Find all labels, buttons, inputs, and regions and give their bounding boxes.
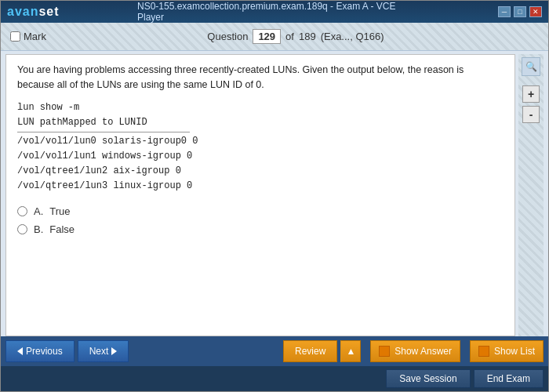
show-answer-icon	[379, 346, 390, 357]
answer-radio-a[interactable]	[17, 206, 27, 216]
mark-checkbox[interactable]	[10, 31, 20, 42]
show-answer-button[interactable]: Show Answer	[370, 340, 460, 362]
code-line-3: /vol/qtree1/lun2 aix-igroup 0	[17, 164, 504, 179]
save-end-bar: Save Session End Exam	[1, 366, 548, 391]
search-icon: 🔍	[525, 61, 537, 72]
show-list-icon	[478, 346, 489, 357]
question-of: of	[285, 31, 294, 42]
window-controls: ─ □ ✕	[498, 6, 542, 17]
code-header: LUN pathMapped to LUNID	[17, 115, 504, 130]
question-exam-info: (Exa..., Q166)	[321, 31, 384, 42]
review-dropdown-icon: ▲	[346, 346, 355, 357]
next-label: Next	[89, 346, 109, 357]
right-panel: 🔍 + -	[518, 54, 544, 336]
search-button[interactable]: 🔍	[522, 57, 540, 76]
answer-option-a: A. True	[17, 205, 504, 217]
answer-options: A. True B. False	[17, 205, 504, 235]
question-label: Question	[207, 31, 248, 42]
zoom-in-button[interactable]: +	[522, 85, 540, 103]
code-separator	[17, 132, 190, 132]
answer-label-a: A.	[34, 205, 43, 217]
previous-button[interactable]: Previous	[5, 340, 75, 362]
question-header: Mark Question 129 of 189 (Exa..., Q166)	[1, 23, 548, 51]
show-list-button[interactable]: Show List	[470, 340, 544, 362]
answer-radio-b[interactable]	[17, 224, 27, 234]
code-line-2: /vol/vol1/lun1 windows-igroup 0	[17, 149, 504, 164]
show-answer-label: Show Answer	[394, 346, 452, 357]
answer-label-b: B.	[34, 223, 43, 235]
bottom-toolbar: Previous Next Review ▲ Show Answer Show …	[1, 336, 548, 366]
close-button[interactable]: ✕	[529, 6, 542, 17]
next-button[interactable]: Next	[78, 340, 129, 362]
code-block: lun show -m LUN pathMapped to LUNID /vol…	[17, 100, 504, 194]
main-window: avanset NS0-155.examcollection.premium.e…	[0, 0, 549, 392]
review-dropdown-button[interactable]: ▲	[340, 340, 361, 362]
code-line-1: /vol/vol1/lun0 solaris-igroup0 0	[17, 134, 504, 149]
question-number: 129	[253, 29, 281, 44]
save-session-button[interactable]: Save Session	[386, 369, 470, 388]
code-command: lun show -m	[17, 100, 504, 115]
minimize-button[interactable]: ─	[498, 6, 511, 17]
window-title: NS0-155.examcollection.premium.exam.189q…	[137, 1, 412, 23]
mark-container: Mark	[10, 31, 46, 42]
show-list-label: Show List	[494, 346, 535, 357]
title-bar: avanset NS0-155.examcollection.premium.e…	[1, 1, 548, 23]
code-line-4: /vol/qtree1/lun3 linux-igroup 0	[17, 179, 504, 194]
review-button[interactable]: Review	[283, 340, 337, 362]
previous-label: Previous	[26, 346, 63, 357]
question-info: Question 129 of 189 (Exa..., Q166)	[53, 29, 539, 44]
answer-text-a: True	[49, 205, 70, 217]
question-panel: You are having problems accessing three …	[5, 54, 515, 336]
zoom-out-button[interactable]: -	[522, 106, 540, 123]
question-total: 189	[299, 31, 316, 42]
mark-label: Mark	[24, 31, 46, 42]
previous-arrow-icon	[17, 347, 23, 355]
answer-option-b: B. False	[17, 223, 504, 235]
answer-text-b: False	[49, 223, 75, 235]
question-text: You are having problems accessing three …	[17, 63, 504, 93]
title-bar-left: avanset	[7, 5, 60, 19]
review-label: Review	[295, 346, 325, 357]
maximize-button[interactable]: □	[514, 6, 526, 17]
logo: avanset	[7, 5, 60, 19]
end-exam-button[interactable]: End Exam	[474, 369, 544, 388]
next-arrow-icon	[111, 347, 117, 355]
